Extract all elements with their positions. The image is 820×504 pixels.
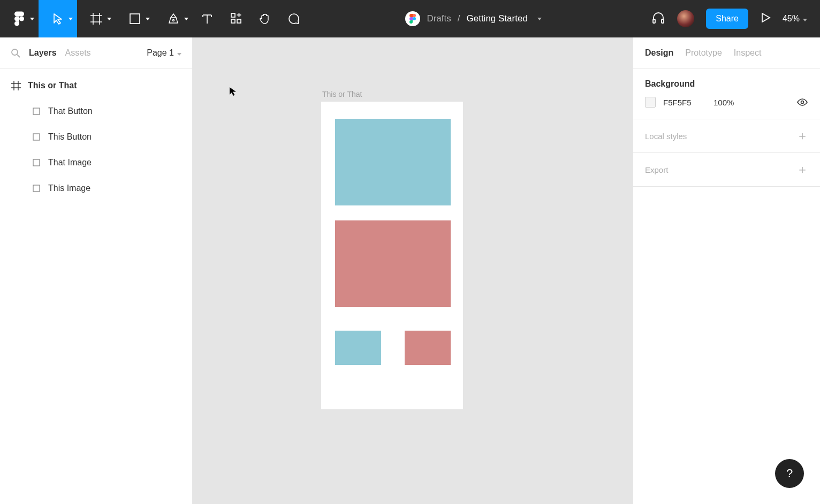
- figma-logo-icon: [14, 11, 25, 26]
- breadcrumb-folder[interactable]: Drafts: [427, 13, 451, 24]
- chevron-down-icon: [107, 17, 111, 21]
- canvas-shape-that-button[interactable]: [405, 331, 451, 365]
- user-avatar[interactable]: [677, 10, 694, 27]
- file-menu-chevron[interactable]: [537, 18, 542, 20]
- svg-rect-13: [231, 13, 235, 17]
- hand-tool-icon: [259, 12, 271, 25]
- toolbar-center: Drafts / Getting Started: [308, 11, 639, 26]
- canvas-shape-that-image[interactable]: [335, 220, 451, 307]
- canvas-frame-label[interactable]: This or That: [322, 90, 362, 98]
- left-panel: Layers Assets Page 1 This or That That B…: [0, 37, 193, 504]
- frame-tool-icon: [90, 12, 103, 25]
- local-styles-section[interactable]: Local styles ＋: [633, 119, 820, 153]
- svg-point-0: [19, 17, 24, 21]
- rectangle-icon: [31, 183, 42, 194]
- headphones-icon[interactable]: [651, 11, 665, 27]
- chevron-down-icon: [30, 17, 34, 21]
- layer-frame-label: This or That: [28, 81, 77, 90]
- shape-tool-button[interactable]: [116, 0, 154, 37]
- chevron-down-icon: [184, 17, 188, 21]
- toolbar-right: Share 45%: [639, 9, 820, 29]
- svg-rect-5: [130, 14, 140, 24]
- resources-tool-button[interactable]: [222, 0, 250, 37]
- page-selector[interactable]: Page 1: [147, 48, 181, 58]
- page-label: Page 1: [147, 48, 174, 58]
- chevron-down-icon: [803, 14, 807, 24]
- zoom-value: 45%: [783, 14, 800, 24]
- design-tab[interactable]: Design: [645, 48, 673, 58]
- share-button[interactable]: Share: [706, 9, 748, 29]
- canvas-cursor-icon: [229, 87, 237, 98]
- add-local-style-icon[interactable]: ＋: [796, 130, 808, 142]
- layer-label: This Button: [48, 132, 92, 142]
- hand-tool-button[interactable]: [250, 0, 279, 37]
- text-tool-icon: [201, 13, 213, 25]
- breadcrumb-file[interactable]: Getting Started: [467, 13, 528, 24]
- right-panel-tabs: Design Prototype Inspect: [633, 37, 820, 68]
- canvas-shape-this-image[interactable]: [335, 119, 451, 205]
- layer-label: That Button: [48, 106, 93, 116]
- add-export-icon[interactable]: ＋: [796, 164, 808, 175]
- prototype-tab[interactable]: Prototype: [685, 48, 722, 58]
- layer-row[interactable]: That Image: [0, 150, 192, 175]
- svg-rect-26: [33, 134, 40, 140]
- svg-point-19: [12, 49, 18, 55]
- frame-icon: [11, 80, 21, 91]
- svg-rect-18: [662, 19, 664, 23]
- chevron-down-icon: [177, 48, 181, 58]
- layer-label: This Image: [48, 184, 90, 193]
- pen-tool-icon: [167, 12, 180, 25]
- canvas[interactable]: This or That: [193, 37, 633, 504]
- comment-tool-icon: [287, 12, 300, 25]
- toolbar-left: [0, 0, 308, 37]
- local-styles-label: Local styles: [645, 132, 687, 141]
- layer-frame-row[interactable]: This or That: [0, 73, 192, 98]
- chevron-down-icon: [69, 17, 73, 21]
- resources-icon: [230, 13, 242, 25]
- background-section: Background F5F5F5 100%: [633, 68, 820, 119]
- assets-tab[interactable]: Assets: [65, 48, 91, 58]
- export-section[interactable]: Export ＋: [633, 153, 820, 187]
- canvas-shape-this-button[interactable]: [335, 331, 381, 365]
- rectangle-tool-icon: [129, 13, 141, 25]
- help-button[interactable]: ?: [775, 459, 804, 488]
- search-icon[interactable]: [11, 48, 20, 58]
- breadcrumb-separator: /: [458, 13, 460, 24]
- export-label: Export: [645, 165, 668, 174]
- pen-tool-button[interactable]: [154, 0, 193, 37]
- background-opacity[interactable]: 100%: [713, 98, 746, 107]
- file-type-badge: [405, 11, 420, 26]
- svg-rect-17: [653, 19, 655, 23]
- background-swatch[interactable]: [645, 97, 656, 108]
- left-panel-header: Layers Assets Page 1: [0, 37, 192, 68]
- svg-point-16: [413, 17, 416, 20]
- inspect-tab[interactable]: Inspect: [734, 48, 762, 58]
- layer-tree: This or That That Button This Button Tha…: [0, 68, 192, 205]
- move-tool-icon: [52, 13, 63, 25]
- svg-point-29: [801, 101, 804, 104]
- help-icon: ?: [786, 467, 793, 480]
- layer-row[interactable]: This Image: [0, 175, 192, 201]
- layer-row[interactable]: That Button: [0, 98, 192, 124]
- frame-tool-button[interactable]: [77, 0, 116, 37]
- move-tool-button[interactable]: [39, 0, 77, 37]
- rectangle-icon: [31, 157, 42, 168]
- chevron-down-icon: [146, 17, 150, 21]
- svg-rect-27: [33, 159, 40, 166]
- svg-rect-28: [33, 185, 40, 192]
- zoom-control[interactable]: 45%: [783, 14, 807, 24]
- figma-menu-button[interactable]: [0, 0, 39, 37]
- comment-tool-button[interactable]: [279, 0, 308, 37]
- svg-rect-12: [237, 19, 241, 23]
- rectangle-icon: [31, 106, 42, 117]
- layer-row[interactable]: This Button: [0, 124, 192, 150]
- present-button[interactable]: [760, 12, 771, 26]
- visibility-toggle-icon[interactable]: [796, 96, 808, 108]
- layers-tab[interactable]: Layers: [29, 48, 57, 58]
- right-panel: Design Prototype Inspect Background F5F5…: [633, 37, 820, 504]
- background-title: Background: [645, 79, 808, 89]
- svg-rect-11: [231, 19, 235, 23]
- text-tool-button[interactable]: [193, 0, 222, 37]
- main-area: Layers Assets Page 1 This or That That B…: [0, 37, 820, 504]
- background-hex[interactable]: F5F5F5: [663, 98, 706, 107]
